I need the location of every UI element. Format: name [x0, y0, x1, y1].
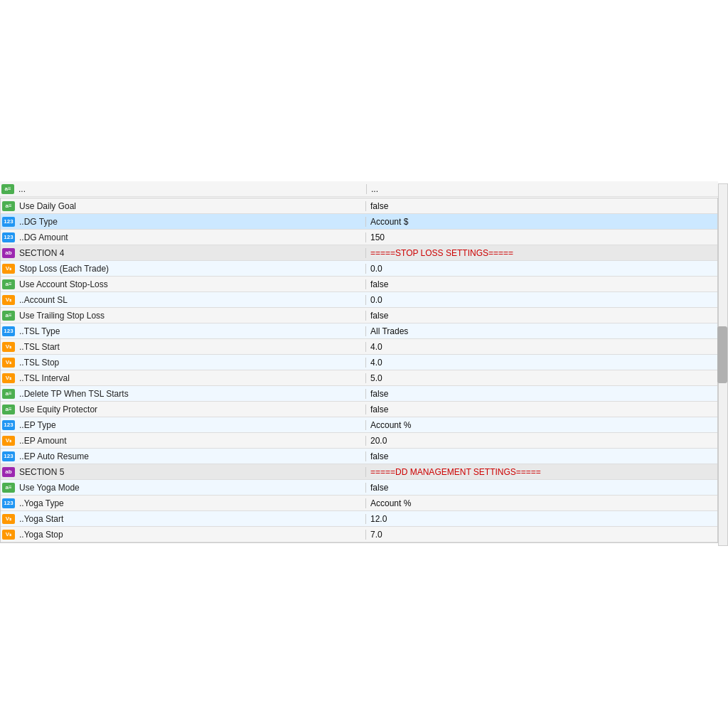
v2-icon: V₂: [2, 436, 15, 446]
table-row[interactable]: 123 ..EP Auto Resume false: [1, 449, 717, 464]
row-label: ..DG Type: [16, 217, 365, 227]
table-row[interactable]: 123 ..DG Type Account $: [1, 214, 717, 230]
row-icon: V₂: [1, 370, 16, 386]
row-value: =====DD MANAGEMENT SETTINGS=====: [365, 467, 717, 477]
bool-icon: a≡: [2, 279, 15, 289]
table-row[interactable]: a≡ ..Delete TP When TSL Starts false: [1, 386, 717, 402]
row-icon: ab: [1, 464, 16, 480]
num-icon: 123: [2, 326, 15, 336]
row-icon: V₂: [1, 433, 16, 449]
row-value: =====STOP LOSS SETTINGS=====: [365, 248, 717, 258]
table-row[interactable]: a≡ Use Account Stop-Loss false: [1, 277, 717, 292]
row-label: ..Yoga Start: [16, 514, 365, 524]
scrollbar-thumb[interactable]: [717, 326, 727, 383]
v2-icon: V₂: [2, 342, 15, 352]
bool-icon: a≡: [2, 201, 15, 211]
row-icon: V₂: [1, 527, 16, 542]
row-icon: 123: [1, 230, 16, 245]
row-icon: 123: [1, 449, 16, 464]
v2-icon: V₂: [2, 295, 15, 305]
row-label: Use Yoga Mode: [16, 483, 365, 493]
row-label: ..TSL Interval: [16, 373, 365, 383]
row-icon: V₂: [1, 355, 16, 370]
row-icon: 123: [1, 417, 16, 433]
row-icon: 123: [1, 214, 16, 230]
row-value: Account %: [365, 420, 717, 430]
num-icon: 123: [2, 420, 15, 430]
table-row[interactable]: V₂ ..TSL Start 4.0: [1, 339, 717, 355]
row-value: false: [365, 451, 717, 461]
ab-icon: ab: [2, 248, 15, 258]
row-value: 0.0: [365, 295, 717, 305]
num-icon: 123: [2, 451, 15, 461]
table-row[interactable]: V₂ ..Yoga Start 12.0: [1, 511, 717, 527]
row-label: Stop Loss (Each Trade): [16, 264, 365, 274]
row-label: Use Account Stop-Loss: [16, 279, 365, 289]
row-value: All Trades: [365, 326, 717, 336]
row-label: Use Daily Goal: [16, 201, 365, 211]
row-value: 7.0: [365, 530, 717, 540]
row-label: SECTION 4: [16, 248, 365, 258]
bool-icon: a≡: [2, 483, 15, 493]
bool-icon: a≡: [2, 311, 15, 321]
table-row[interactable]: V₂ ..Account SL 0.0: [1, 292, 717, 308]
row-icon: 123: [1, 323, 16, 339]
row-value: 5.0: [365, 373, 717, 383]
row-icon: a≡: [1, 277, 16, 292]
row-value: 12.0: [365, 514, 717, 524]
row-label: ..Yoga Stop: [16, 530, 365, 540]
row-icon: ab: [1, 245, 16, 261]
row-label: ..EP Auto Resume: [16, 451, 365, 461]
row-label: ..EP Type: [16, 420, 365, 430]
row-icon: V₂: [1, 292, 16, 308]
v2-icon: V₂: [2, 514, 15, 524]
row-value: 4.0: [365, 342, 717, 352]
row-icon: a≡: [1, 480, 16, 496]
row-label: Use Equity Protector: [16, 405, 365, 414]
partial-icon: a≡: [0, 181, 16, 197]
row-icon: a≡: [1, 386, 16, 402]
table-row[interactable]: a≡ Use Daily Goal false: [1, 198, 717, 214]
row-icon: a≡: [1, 198, 16, 214]
partial-top-row: a≡ ... ...: [0, 181, 718, 197]
table-row[interactable]: a≡ Use Equity Protector false: [1, 402, 717, 417]
partial-value: ...: [366, 184, 718, 194]
ab-icon: ab: [2, 467, 15, 477]
bool-icon: a≡: [2, 405, 15, 414]
partial-icon-badge: a≡: [1, 184, 14, 194]
table-row[interactable]: a≡ Use Trailing Stop Loss false: [1, 308, 717, 323]
table-row[interactable]: V₂ ..Yoga Stop 7.0: [1, 527, 717, 542]
row-label: ..Delete TP When TSL Starts: [16, 389, 365, 399]
table-row[interactable]: 123 ..Yoga Type Account %: [1, 496, 717, 511]
row-value: Account $: [365, 217, 717, 227]
table-row[interactable]: 123 ..EP Type Account %: [1, 417, 717, 433]
v2-icon: V₂: [2, 264, 15, 274]
row-icon: a≡: [1, 402, 16, 417]
row-label: ..Account SL: [16, 295, 365, 305]
row-value: Account %: [365, 498, 717, 508]
table-row[interactable]: V₂ ..EP Amount 20.0: [1, 433, 717, 449]
table-row[interactable]: V₂ ..TSL Stop 4.0: [1, 355, 717, 370]
row-value: 150: [365, 232, 717, 242]
row-value: false: [365, 405, 717, 414]
row-value: false: [365, 311, 717, 321]
row-value: false: [365, 279, 717, 289]
v2-icon: V₂: [2, 530, 15, 540]
row-value: false: [365, 483, 717, 493]
partial-name: ...: [16, 184, 366, 194]
settings-table: a≡ Use Daily Goal false 123 ..DG Type Ac…: [0, 198, 718, 543]
row-label: ..TSL Start: [16, 342, 365, 352]
row-value: 4.0: [365, 358, 717, 368]
table-row[interactable]: 123 ..DG Amount 150: [1, 230, 717, 245]
table-row[interactable]: a≡ Use Yoga Mode false: [1, 480, 717, 496]
table-row[interactable]: V₂ Stop Loss (Each Trade) 0.0: [1, 261, 717, 277]
row-label: ..DG Amount: [16, 232, 365, 242]
table-row[interactable]: V₂ ..TSL Interval 5.0: [1, 370, 717, 386]
row-icon: 123: [1, 496, 16, 511]
scrollbar[interactable]: [718, 183, 728, 546]
table-row[interactable]: 123 ..TSL Type All Trades: [1, 323, 717, 339]
row-value: false: [365, 389, 717, 399]
page-wrapper: a≡ ... ... a≡ Use Daily Goal false 123 .…: [0, 0, 728, 728]
row-icon: V₂: [1, 261, 16, 277]
v2-icon: V₂: [2, 358, 15, 368]
